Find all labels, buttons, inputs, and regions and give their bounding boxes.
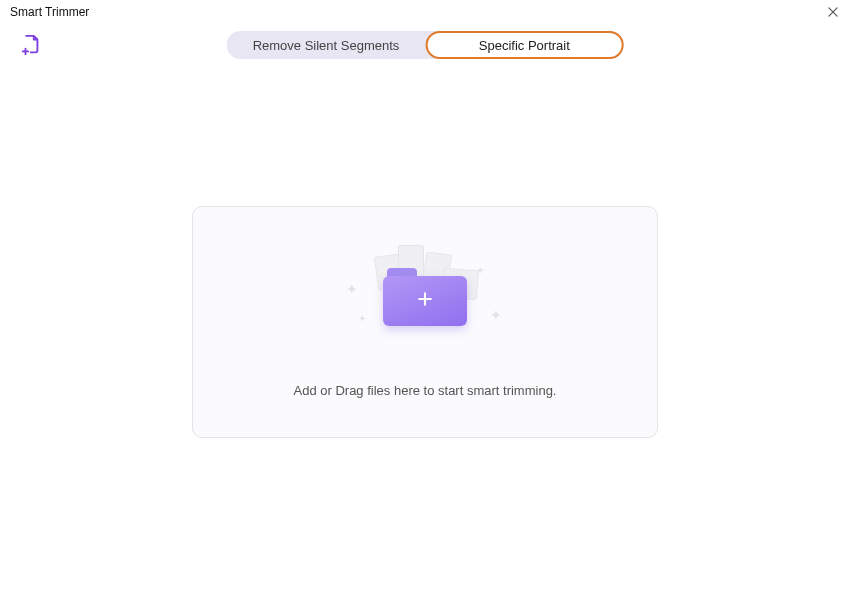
tab-label: Remove Silent Segments bbox=[253, 38, 400, 53]
sparkle-icon: ✦ bbox=[476, 265, 484, 276]
add-file-icon[interactable] bbox=[20, 34, 42, 56]
main-area: ✦ ✦ ✦ ✦ Add or Drag files here to start … bbox=[0, 66, 850, 592]
close-icon[interactable] bbox=[824, 3, 842, 21]
folder-add-icon bbox=[383, 268, 467, 326]
sparkle-icon: ✦ bbox=[346, 281, 358, 297]
window-title: Smart Trimmer bbox=[10, 5, 89, 19]
tab-remove-silent-segments[interactable]: Remove Silent Segments bbox=[227, 31, 426, 59]
dropzone-illustration: ✦ ✦ ✦ ✦ bbox=[340, 247, 510, 347]
tab-label: Specific Portrait bbox=[479, 38, 570, 53]
sparkle-icon: ✦ bbox=[490, 307, 502, 323]
toolbar: Remove Silent Segments Specific Portrait bbox=[0, 24, 850, 66]
plus-icon bbox=[415, 289, 435, 313]
dropzone-prompt: Add or Drag files here to start smart tr… bbox=[294, 383, 557, 398]
sparkle-icon: ✦ bbox=[358, 313, 366, 324]
mode-tabs: Remove Silent Segments Specific Portrait bbox=[227, 31, 624, 59]
tab-specific-portrait[interactable]: Specific Portrait bbox=[425, 31, 623, 59]
title-bar: Smart Trimmer bbox=[0, 0, 850, 24]
file-dropzone[interactable]: ✦ ✦ ✦ ✦ Add or Drag files here to start … bbox=[192, 206, 658, 438]
